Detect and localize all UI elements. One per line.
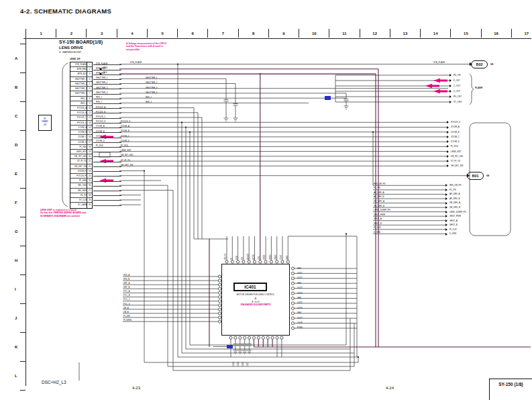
terminal-arrow-icon	[445, 206, 449, 209]
pin-number: 10	[87, 106, 92, 110]
pin-echo-label: ZOOM_B	[96, 130, 105, 133]
connector-pin-row: FOCUS_B 11 FOCUS_B	[70, 111, 92, 115]
connector-pin-row: ZOOM_PI 23	[70, 169, 92, 174]
grid-column-number: 15	[464, 32, 468, 36]
grid-column-number: 5	[161, 32, 163, 36]
pin-label: STB_FLASH	[70, 62, 87, 66]
terminal-arrow-icon	[447, 140, 450, 143]
connector-pin-row: FOCUS_PI 24	[70, 174, 92, 179]
connector-ref-box: SY CN201 2/8	[38, 115, 52, 131]
pin-number: 30	[87, 203, 92, 207]
measurement-note: Δ Voltage measurement of the CXP ICand t…	[126, 42, 167, 51]
pin-echo-label: FOCUS_A	[96, 106, 105, 109]
connector-pin-row: IRIS_1 8 IRIS_1 IRIS_1	[70, 97, 92, 101]
terminal-arrow-icon	[445, 233, 449, 236]
pin-far-label: IRIS_2	[146, 101, 152, 103]
connector-pin-row: LENS_RST 19	[70, 150, 92, 154]
pin-label: VD_FZ	[70, 193, 87, 197]
connector-pin-row: ZOOM_B 15 ZOOM_B	[70, 130, 92, 135]
grid-row-letter: B	[15, 85, 17, 89]
pin-number: 25	[87, 179, 92, 183]
pin-label: PI_GND	[70, 179, 87, 183]
terminal-arrow-icon	[449, 85, 453, 87]
board-title: SY-150 BOARD(1/8)	[59, 40, 103, 45]
terminal-arrow-icon	[449, 79, 453, 82]
schematic-page: 4-2. SCHEMATIC DIAGRAMS 1234567891011121…	[0, 0, 532, 400]
terminal-arrow-icon	[445, 223, 449, 226]
connector-pin-row: FOCUS_C 12 FOCUS_C	[70, 115, 92, 120]
pin-echo-label: SHUTTER_4	[96, 91, 108, 94]
grid-row-letter: L	[15, 374, 17, 378]
lens-connector: STB_FLASH 1 STB_FLASH MTR_RED 2 MTR_RED …	[70, 62, 93, 209]
grid-column-number: 16	[494, 32, 498, 36]
pin-echo-label: SHUTTER_3	[96, 87, 108, 89]
connector-pin-row: MTR_BLK 3 MTR_BLK	[70, 72, 92, 77]
ic401-ref-box: IC401	[233, 283, 267, 291]
pin-number: 29	[87, 198, 92, 202]
terminal-arrow-icon	[445, 228, 449, 231]
pin-number: 7	[87, 91, 92, 95]
grid-row-letter: A	[15, 56, 17, 60]
pin-label: IRIS_1	[70, 97, 87, 101]
pin-label: SHUTTER_2	[70, 82, 87, 86]
pin-number: 19	[87, 150, 92, 154]
pin-label: SY_DATA	[70, 203, 87, 207]
grid-row-letter: D	[15, 143, 17, 147]
connector-pin-row: STB_FLASH 1 STB_FLASH	[70, 62, 92, 67]
pin-far-label: SHUTTER_4	[146, 91, 158, 94]
grid-column-number: 3	[101, 32, 103, 36]
board-subtitle: LENS DRIVE	[59, 46, 83, 50]
offpage-ref-b02: B02 9/8	[471, 60, 488, 68]
grid-column-number: 13	[403, 32, 408, 36]
grid-row-letter: H	[15, 258, 17, 262]
sheet-title-box: SY-150 (1/8)	[489, 379, 532, 400]
grid-row: E	[20, 160, 25, 189]
grid-row: F	[20, 189, 25, 217]
terminal-arrow-icon	[445, 197, 449, 200]
pin-label: MD_GND	[70, 189, 87, 193]
pin-label: MTR_BLK	[70, 72, 87, 76]
grid-row-letter: E	[15, 172, 17, 176]
connector-pin-row: DR_INT_LED 20	[70, 154, 92, 159]
grid-row: L	[20, 362, 25, 391]
grid-column-number: 14	[433, 32, 438, 36]
grid-column: 8	[239, 29, 269, 38]
terminal-arrow-icon	[447, 155, 450, 158]
pin-number: 18	[87, 145, 92, 149]
pin-label: FOCUS_PI	[70, 174, 87, 178]
grid-row: G	[20, 217, 25, 246]
pin-label: FOCUS_B	[70, 111, 87, 115]
ic401-top-pin-labels: VD_FZSISCKCSRESETMUTEOSCVDD1VDD2VREFTEST…	[224, 231, 291, 260]
pin-number: 12	[87, 115, 92, 119]
terminal-arrow-icon	[445, 215, 449, 217]
pin-echo-label: ZOOM_C	[96, 135, 105, 138]
grid-column: 16	[482, 29, 512, 38]
grid-column: 10	[299, 29, 329, 38]
grid-column: 3	[87, 29, 117, 38]
pin-label: LENS_RST	[70, 150, 87, 154]
connector-pin-row: SHUTTER_4 7 SHUTTER_4 SHUTTER_4	[70, 91, 92, 96]
connector-pin-row: SHUTTER_2 5 SHUTTER_2 SHUTTER_2	[70, 82, 92, 87]
pin-number: 14	[87, 126, 92, 130]
grid-column-number: 10	[312, 32, 317, 36]
net-label-blue-1	[325, 96, 331, 100]
pin-number: 11	[87, 111, 92, 115]
pin-label: MTR_RED	[70, 67, 87, 71]
lens-unit-note: LENS UNIT is replaced as a block.So that…	[40, 209, 86, 217]
pin-label: ZOOM_D	[70, 140, 87, 144]
offpage-ref-b01: B01 9/8	[467, 172, 484, 180]
pin-number: 20	[87, 154, 92, 158]
pin-far-label: SHUTTER_2	[146, 81, 158, 84]
pin-echo-label: ZOOM_D	[96, 140, 105, 142]
grid-row: B	[20, 73, 25, 102]
ref-box-line3: 2/8	[39, 123, 51, 127]
pin-label: PI_VDD	[70, 145, 87, 149]
pin-far-label: SHUTTER_1	[146, 77, 158, 79]
connector-pin-row: SY_DATA 30	[70, 203, 92, 207]
grid-column: 13	[390, 29, 421, 38]
terminal-arrow-icon	[449, 101, 453, 103]
terminal-arrow-icon	[447, 150, 450, 153]
lens-unit-note-line: SCHEMATIC DIAGRAMS are omitted.	[40, 215, 86, 217]
terminal-arrow-icon	[447, 136, 450, 138]
pin-label: SY_CLK	[70, 198, 87, 202]
